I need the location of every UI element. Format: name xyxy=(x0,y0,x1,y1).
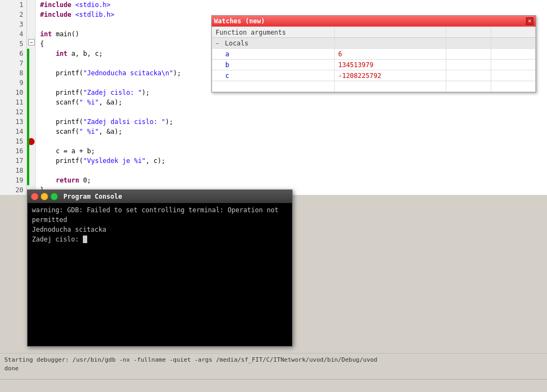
var-value-c: -1208225792 xyxy=(335,70,446,81)
console-title: Program Console xyxy=(63,193,122,200)
expand-icon[interactable]: − xyxy=(216,41,219,47)
line-num-1: 1 xyxy=(0,0,27,10)
watches-header-row: Function arguments xyxy=(212,27,536,38)
code-line-17: printf("Vysledek je %i", c); xyxy=(40,156,543,166)
watches-col3 xyxy=(446,27,491,38)
line-num-7: 7 xyxy=(0,58,27,68)
watches-col4 xyxy=(491,27,535,38)
watches-empty-row xyxy=(212,81,536,92)
watches-var-row-a: a 6 xyxy=(212,49,536,60)
console-line-2: Jednoducha scitacka xyxy=(32,225,288,234)
debug-status-line1: Starting debugger: /usr/bin/gdb -nx -ful… xyxy=(4,356,543,364)
code-line-1: #include <stdio.h> xyxy=(40,0,543,10)
line-num-13: 13 xyxy=(0,117,27,127)
code-line-11: scanf(" %i", &a); xyxy=(40,97,543,107)
watches-panel: Watches (new) ✕ Function arguments − Loc… xyxy=(211,15,536,93)
debug-status-line2: done xyxy=(4,364,543,373)
bottom-bar xyxy=(0,379,547,392)
console-line-3: Zadej cislo: xyxy=(32,234,288,244)
watches-table: Function arguments − Locals a 6 b 134513… xyxy=(212,27,536,92)
console-title-bar: Program Console xyxy=(28,190,292,203)
code-line-14: scanf(" %i", &a); xyxy=(40,127,543,136)
line-num-8: 8 xyxy=(0,68,27,78)
line-num-2: 2 xyxy=(0,10,27,19)
line-num-18: 18 xyxy=(0,166,27,175)
code-line-15 xyxy=(40,136,543,146)
console-panel: Program Console warning: GDB: Failed to … xyxy=(27,190,292,347)
function-args-label: Function arguments xyxy=(212,27,335,38)
line-num-17: 17 xyxy=(0,156,27,166)
line-num-11: 11 xyxy=(0,97,27,107)
locals-label: − Locals xyxy=(212,38,335,49)
execution-bar xyxy=(27,49,29,185)
watches-var-row-c: c -1208225792 xyxy=(212,70,536,81)
watches-var-row-b: b 134513979 xyxy=(212,60,536,70)
line-num-5: 5 xyxy=(0,39,27,49)
line-num-14: 14 xyxy=(0,127,27,136)
console-cursor xyxy=(83,236,87,243)
fold-button[interactable]: − xyxy=(28,39,35,45)
watches-col2 xyxy=(335,27,446,38)
watches-title: Watches (new) xyxy=(214,17,265,25)
var-name-b: b xyxy=(212,60,335,70)
line-num-9: 9 xyxy=(0,78,27,88)
gutter: − xyxy=(27,0,36,195)
console-line-1: warning: GDB: Failed to set controlling … xyxy=(32,205,288,225)
code-line-18 xyxy=(40,166,543,175)
debug-status: Starting debugger: /usr/bin/gdb -nx -ful… xyxy=(0,353,547,379)
console-maximize-button[interactable] xyxy=(50,193,58,200)
var-name-c: c xyxy=(212,70,335,81)
var-value-b: 134513979 xyxy=(335,60,446,70)
console-close-button[interactable] xyxy=(31,193,38,200)
line-num-16: 16 xyxy=(0,146,27,156)
line-num-3: 3 xyxy=(0,19,27,29)
line-numbers: 1 2 3 4 5 6 7 8 9 10 11 12 13 14 15 16 1… xyxy=(0,0,27,195)
code-line-12 xyxy=(40,107,543,117)
watches-title-bar: Watches (new) ✕ xyxy=(212,16,536,27)
line-num-19: 19 xyxy=(0,175,27,185)
line-num-15: 15 xyxy=(0,136,27,146)
line-num-20: 20 xyxy=(0,185,27,195)
code-line-16: c = a + b; xyxy=(40,146,543,156)
line-num-6: 6 xyxy=(0,49,27,58)
var-value-a: 6 xyxy=(335,49,446,60)
line-num-10: 10 xyxy=(0,88,27,97)
var-name-a: a xyxy=(212,49,335,60)
console-output[interactable]: warning: GDB: Failed to set controlling … xyxy=(28,203,292,346)
code-line-13: printf("Zadej dalsi cislo: "); xyxy=(40,117,543,127)
console-minimize-button[interactable] xyxy=(41,193,48,200)
watches-locals-section: − Locals xyxy=(212,38,536,49)
line-num-12: 12 xyxy=(0,107,27,117)
line-num-4: 4 xyxy=(0,29,27,39)
watches-close-button[interactable]: ✕ xyxy=(526,17,533,25)
code-line-19: return 0; xyxy=(40,175,543,185)
